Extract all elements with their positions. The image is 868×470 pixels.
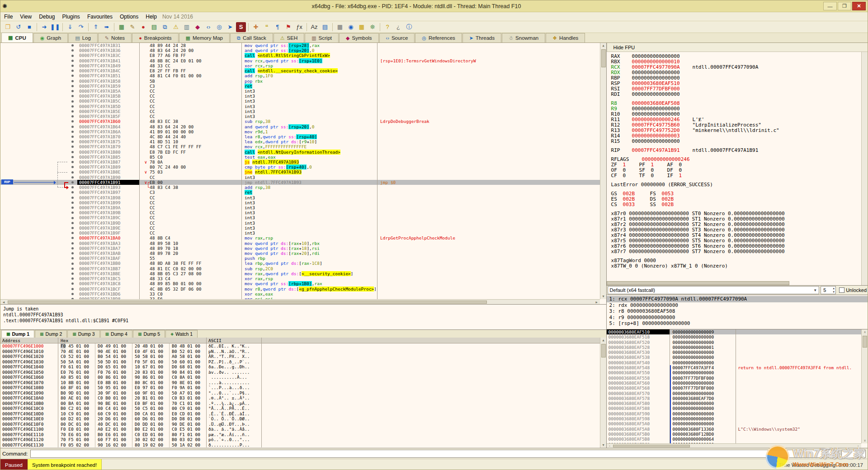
disasm-row[interactable]: 00007FFC497A1BCF4C 8B 05 32 DF 06 00mov … xyxy=(0,287,600,291)
breakpoint-dot[interactable] xyxy=(71,222,74,224)
register-row[interactable]: R150000000000000000 xyxy=(611,139,868,144)
tab-symbols[interactable]: ◆Symbols xyxy=(339,33,379,42)
argument-row[interactable]: 3: r8 0000003680EAF508 xyxy=(607,308,868,315)
toolbar-step-out-icon[interactable]: ⇑ xyxy=(91,22,101,32)
breakpoint-dot[interactable] xyxy=(71,49,74,52)
toolbar-log-edit-icon[interactable]: ✎ xyxy=(127,22,137,32)
dump-row[interactable]: 00007FFC496E1050E0 76 01 00F0 76 01 0020… xyxy=(0,370,606,375)
dump-row[interactable]: 00007FFC496E108060 8F 01 0050 95 01 00E0… xyxy=(0,385,606,390)
toolbar-symbols-icon[interactable]: ◆ xyxy=(193,22,203,32)
dump-row[interactable]: 00007FFC496E101070 4E 01 0090 4E 01 00E0… xyxy=(0,349,606,354)
breakpoint-dot[interactable] xyxy=(71,207,74,209)
stack-row[interactable]: 0000003680EAF5100000000000000009 xyxy=(607,329,861,334)
breakpoint-dot[interactable] xyxy=(71,151,74,153)
breakpoint-dot[interactable] xyxy=(71,55,74,57)
disasm-row[interactable]: 00007FFC497A1B4148 8B 8C 24 E0 01 00mov … xyxy=(0,58,600,63)
toolbar-donate-icon[interactable]: ¿ xyxy=(393,22,403,32)
dump-row[interactable]: 00007FFC496E10F000 DC 01 0040 DC 01 00D0… xyxy=(0,422,606,427)
disasm-row[interactable]: 00007FFC497A1B5CCCint3 xyxy=(0,99,600,103)
toolbar-help-icon[interactable]: ? xyxy=(382,22,392,32)
disasm-row[interactable]: 00007FFC497A1B90CCint3 xyxy=(0,175,600,180)
menu-item-plugins[interactable]: Plugins xyxy=(59,13,84,21)
dump-row[interactable]: 00007FFC496E103050 5A 01 0050 5D 01 00F0… xyxy=(0,359,606,365)
menu-item-options[interactable]: Options xyxy=(116,13,142,21)
menu-item-favourites[interactable]: Favourites xyxy=(84,13,116,21)
dump-row[interactable]: 00007FFC496E1130F0 05 02 0090 16 02 0080… xyxy=(0,442,606,448)
register-row[interactable]: RIP00007FFC497A1B91ntdll.00007FFC497A1B9… xyxy=(611,148,868,153)
toolbar-labels-icon[interactable]: ¶ xyxy=(273,22,283,32)
stack-row[interactable]: 0000003680EAF5300000000000000000 xyxy=(607,350,861,355)
breakpoint-dot[interactable] xyxy=(71,126,74,128)
stack-row[interactable]: 0000003680EAF56800007FF77DFBF000 xyxy=(607,385,861,390)
disasm-row[interactable]: 00007FFC497A1B9ACCint3 xyxy=(0,205,600,210)
toolbar-threads-icon[interactable]: ➤ xyxy=(225,22,235,32)
disasm-row[interactable]: 00007FFC497A1B8585 C0test eax,eax xyxy=(0,155,600,160)
breakpoint-dot[interactable] xyxy=(71,227,74,229)
disasm-row[interactable]: 00007FFC497A1BAF55push rbp xyxy=(0,256,600,261)
toolbar-memory-map-icon[interactable]: ▤ xyxy=(149,22,159,32)
disasm-row[interactable]: 00007FFC497A1B704C 8D 44 24 40lea r8,qwo… xyxy=(0,134,600,139)
toolbar-settings-icon[interactable]: ▦ xyxy=(357,22,367,32)
breakpoint-dot[interactable] xyxy=(71,80,74,82)
tab-script[interactable]: ▥Script xyxy=(305,33,339,42)
stack-row[interactable]: 0000003680EAF5A80000003680F13360L"C:\\Wi… xyxy=(607,427,861,432)
toolbar-functions-icon[interactable]: ƒx xyxy=(294,22,304,32)
tab-memory-map[interactable]: ▦Memory Map xyxy=(179,33,230,42)
registers-hscrollbar[interactable] xyxy=(607,281,789,285)
dump-view[interactable]: AddressHexASCII 00007FFC496E1000F0 45 01… xyxy=(0,338,606,448)
disasm-row[interactable]: 00007FFC497A1B5BCCint3 xyxy=(0,94,600,99)
breakpoint-dot[interactable] xyxy=(71,75,74,77)
toolbar-breakpoints-icon[interactable]: ● xyxy=(138,22,148,32)
breakpoint-dot[interactable] xyxy=(71,146,74,148)
disasm-row[interactable]: 00007FFC497A1B5ECCint3 xyxy=(0,109,600,114)
disasm-row[interactable]: 00007FFC497A1B5FCCint3 xyxy=(0,114,600,119)
dump-row[interactable]: 00007FFC496E10B000 BA 01 0090 BE 01 00E0… xyxy=(0,401,606,406)
breakpoint-dot[interactable] xyxy=(71,247,74,249)
stack-row[interactable]: 0000003680EAF5A00000000000000000 xyxy=(607,421,861,426)
hide-fpu-button[interactable]: Hide FPU xyxy=(607,43,868,52)
flags-row[interactable]: OF0SF0DF0 xyxy=(611,168,868,173)
stack-vscrollbar[interactable]: ∧∨ xyxy=(861,329,868,443)
minimize-button[interactable]: — xyxy=(823,2,837,10)
dump-row[interactable]: 00007FFC496E1020C0 52 01 00B0 54 01 0050… xyxy=(0,354,606,359)
breakpoint-dot[interactable] xyxy=(71,100,74,103)
tab-call-stack[interactable]: ⧉Call Stack xyxy=(230,33,273,42)
stack-row[interactable]: 0000003680EAF5800000000000000000 xyxy=(607,401,861,406)
disasm-row[interactable]: 00007FFC497A1B6448 83 64 24 20 00and qwo… xyxy=(0,124,600,129)
disasm-row[interactable]: 00007FFC497A1B5148 81 C4 F0 01 00 00add … xyxy=(0,73,600,78)
toolbar-step-over-icon[interactable]: ↷ xyxy=(76,22,86,32)
stack-view[interactable]: 0000003680EAF510000000000000000900000036… xyxy=(607,329,868,448)
stack-row[interactable]: 0000003680EAF5200000000000000000 xyxy=(607,340,861,345)
stack-row[interactable]: 0000003680EAF5380000000000000000 xyxy=(607,355,861,360)
stack-row[interactable]: 0000003680EAF54800007FFC497A3FF4return t… xyxy=(607,365,861,370)
command-input[interactable] xyxy=(30,450,839,458)
disasm-row[interactable]: 00007FFC497A1B585Bpop rbx xyxy=(0,79,600,84)
breakpoint-dot[interactable] xyxy=(71,131,74,133)
menu-item-help[interactable]: Help xyxy=(142,13,160,21)
disasm-row[interactable]: 00007FFC497A1B59C3ret xyxy=(0,84,600,89)
disasm-row[interactable]: 00007FFC497A1B9BCCint3 xyxy=(0,210,600,215)
disasm-row[interactable]: 00007FFC497A1BA048 8B C4mov rax,rspLdrpG… xyxy=(0,235,600,240)
breakpoint-dot[interactable] xyxy=(71,136,74,138)
breakpoint-dot[interactable] xyxy=(71,70,74,72)
disasm-row[interactable]: 00007FFC497A1BB048 8D A8 38 FE FF FFlea … xyxy=(0,261,600,266)
breakpoint-dot[interactable] xyxy=(71,110,74,113)
dump-row[interactable]: 00007FFC496E1040F0 61 01 00D0 65 01 0010… xyxy=(0,364,606,370)
disasm-row[interactable]: 00007FFC497A1B3148 89 44 24 28mov qword … xyxy=(0,43,600,48)
menu-item-debug[interactable]: Debug xyxy=(35,13,58,21)
stack-row[interactable]: 0000003680EAF5B00000003680F12BD0 xyxy=(607,432,861,437)
stack-row[interactable]: 0000003680EAF5880000000000000000 xyxy=(607,406,861,411)
toolbar-call-stack-icon[interactable]: ⧉ xyxy=(160,22,170,32)
disasm-row[interactable]: 00007FFC497A1B98CCint3 xyxy=(0,195,600,200)
registers-view[interactable]: RAX0000000000000000RBX0000000000000010RC… xyxy=(607,52,868,285)
calling-convention-select[interactable]: Default (x64 fastcall)▼ xyxy=(608,286,820,294)
dump-row[interactable]: 00007FFC496E1090B0 9D 01 0030 9F 01 0060… xyxy=(0,390,606,396)
breakpoint-dot[interactable] xyxy=(71,95,74,97)
tab-notes[interactable]: ✎Notes xyxy=(98,33,132,42)
dump-row[interactable]: 00007FFC496E10E060 D2 01 0020 D6 01 0060… xyxy=(0,416,606,422)
disasm-row[interactable]: 00007FFC497A1BA748 89 70 18mov qword ptr… xyxy=(0,246,600,251)
disasm-vscrollbar[interactable]: ▲▼ xyxy=(600,43,606,299)
stack-row[interactable]: 0000003680EAF5980000000000000000 xyxy=(607,416,861,421)
dump-row[interactable]: 00007FFC496E112070 F5 01 0060 F7 01 0030… xyxy=(0,437,606,442)
flags-row[interactable]: ZF1PF1AF0 xyxy=(611,162,868,168)
